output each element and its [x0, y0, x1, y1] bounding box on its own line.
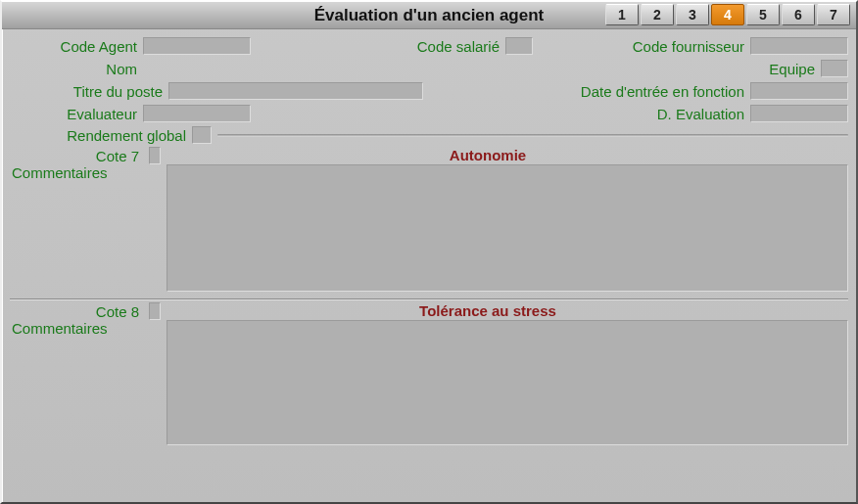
titlebar: Évaluation d'un ancien agent 1 2 3 4 5 6… — [2, 2, 856, 29]
textarea-commentaires-8[interactable] — [167, 320, 848, 445]
input-cote-8[interactable] — [149, 302, 161, 320]
input-evaluateur[interactable] — [143, 105, 251, 122]
input-titre-poste[interactable] — [168, 82, 423, 100]
input-equipe[interactable] — [821, 60, 848, 77]
label-commentaires-8: Commentaires — [10, 320, 167, 448]
input-date-entree[interactable] — [750, 82, 848, 100]
page-tab-4[interactable]: 4 — [711, 4, 744, 25]
label-titre-poste: Titre du poste — [10, 83, 168, 100]
page-tab-7[interactable]: 7 — [817, 4, 850, 25]
page-tabs: 1 2 3 4 5 6 7 — [605, 4, 850, 25]
page-tab-3[interactable]: 3 — [676, 4, 709, 25]
label-cote-8: Cote 8 — [96, 303, 145, 320]
section-divider — [10, 298, 848, 300]
section-title-autonomie: Autonomie — [167, 147, 809, 163]
label-equipe: Equipe — [742, 61, 821, 77]
section-title-tolerance: Tolérance au stress — [167, 302, 809, 319]
label-date-entree: Date d'entrée en fonction — [423, 83, 750, 100]
label-code-fournisseur: Code fournisseur — [533, 38, 750, 55]
input-cote-7[interactable] — [149, 147, 161, 164]
label-cote-7: Cote 7 — [96, 148, 145, 164]
input-rendement-global[interactable] — [192, 126, 212, 144]
input-code-salarie[interactable] — [505, 37, 533, 55]
input-code-agent[interactable] — [143, 37, 251, 55]
page-tab-6[interactable]: 6 — [782, 4, 815, 25]
input-code-fournisseur[interactable] — [750, 37, 848, 55]
label-commentaires-7: Commentaires — [10, 164, 167, 295]
label-code-salarie: Code salarié — [251, 38, 505, 55]
page-tab-2[interactable]: 2 — [641, 4, 674, 25]
divider-rendement — [217, 134, 848, 137]
input-d-evaluation[interactable] — [750, 105, 848, 122]
page-tab-1[interactable]: 1 — [605, 4, 639, 25]
label-evaluateur: Evaluateur — [10, 106, 143, 122]
evaluation-window: Évaluation d'un ancien agent 1 2 3 4 5 6… — [0, 0, 858, 504]
label-code-agent: Code Agent — [10, 38, 143, 55]
label-rendement-global: Rendement global — [10, 127, 192, 144]
label-nom: Nom — [10, 61, 143, 77]
page-tab-5[interactable]: 5 — [746, 4, 780, 25]
form-body: Code Agent Code salarié Code fournisseur… — [2, 29, 856, 502]
label-d-evaluation: D. Evaluation — [251, 106, 750, 122]
textarea-commentaires-7[interactable] — [167, 164, 848, 292]
